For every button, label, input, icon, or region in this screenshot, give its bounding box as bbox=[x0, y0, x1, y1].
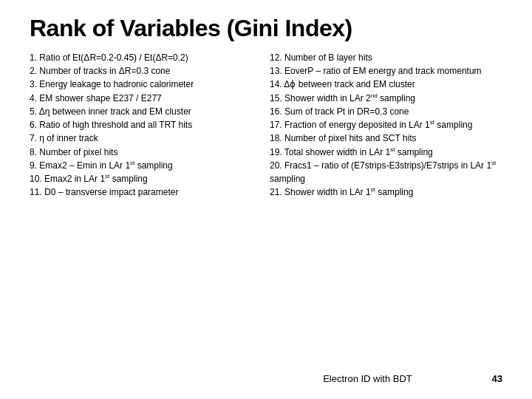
footer: Electron ID with BDT 43 bbox=[30, 367, 502, 384]
footer-page: 43 bbox=[480, 373, 502, 384]
list-item: 17. Fraction of energy deposited in LAr … bbox=[270, 118, 502, 132]
page-title: Rank of Variables (Gini Index) bbox=[30, 15, 502, 42]
list-item: 3. Energy leakage to hadronic calorimete… bbox=[30, 78, 262, 91]
list-item: 9. Emax2 – Emin in LAr 1st sampling bbox=[30, 159, 262, 172]
list-item: 20. Fracs1 – ratio of (E7strips-E3strips… bbox=[270, 159, 502, 185]
list-item: 5. Δη between inner track and EM cluster bbox=[30, 105, 262, 118]
list-item: 10. Emax2 in LAr 1st sampling bbox=[30, 172, 262, 185]
list-item: 4. EM shower shape E237 / E277 bbox=[30, 92, 262, 105]
ranked-list: 1. Ratio of Et(ΔR=0.2-0.45) / Et(ΔR=0.2)… bbox=[30, 51, 502, 200]
list-item: 7. η of inner track bbox=[30, 132, 262, 145]
list-item: 14. Δϕ between track and EM cluster bbox=[270, 78, 502, 91]
list-item: 11. D0 – transverse impact parameter bbox=[30, 185, 262, 199]
page: Rank of Variables (Gini Index) 1. Ratio … bbox=[0, 0, 532, 399]
list-item: 6. Ratio of high threshold and all TRT h… bbox=[30, 118, 262, 132]
list-item: 8. Number of pixel hits bbox=[30, 146, 262, 159]
list-item: 12. Number of B layer hits bbox=[270, 51, 502, 64]
main-content: 1. Ratio of Et(ΔR=0.2-0.45) / Et(ΔR=0.2)… bbox=[30, 51, 502, 367]
list-item: 19. Total shower width in LAr 1st sampli… bbox=[270, 146, 502, 159]
list-item: 21. Shower width in LAr 1st sampling bbox=[270, 185, 502, 199]
list-item: 1. Ratio of Et(ΔR=0.2-0.45) / Et(ΔR=0.2) bbox=[30, 51, 262, 64]
list-item: 18. Number of pixel hits and SCT hits bbox=[270, 132, 502, 145]
list-item: 15. Shower width in LAr 2nd sampling bbox=[270, 92, 502, 105]
list-item: 16. Sum of track Pt in DR=0.3 cone bbox=[270, 105, 502, 118]
footer-center: Electron ID with BDT bbox=[255, 373, 480, 384]
list-item: 2. Number of tracks in ΔR=0.3 cone bbox=[30, 64, 262, 78]
list-item: 13. EoverP – ratio of EM energy and trac… bbox=[270, 64, 502, 78]
